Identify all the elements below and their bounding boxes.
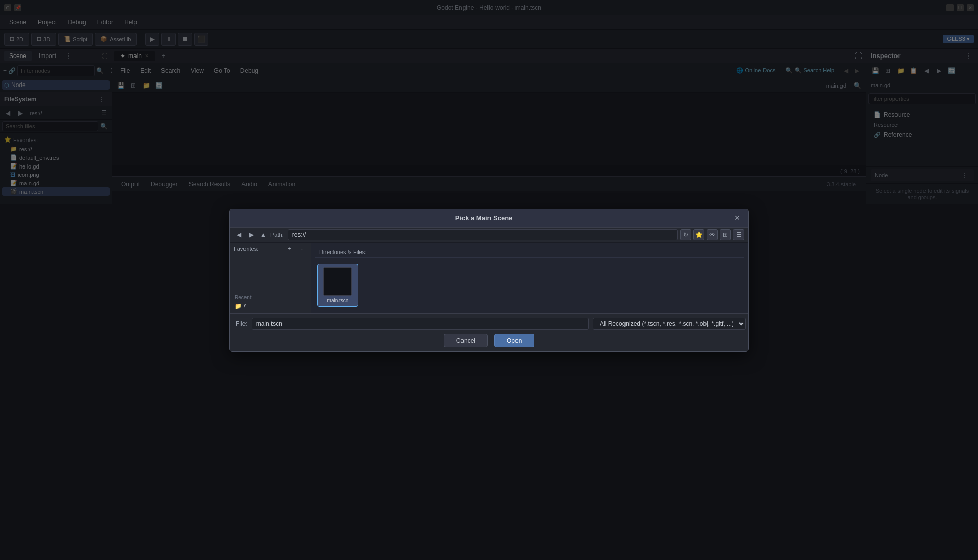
path-label: Path: <box>270 232 284 238</box>
list-view-button[interactable]: ☰ <box>733 229 744 240</box>
dialog-header: Pick a Main Scene ✕ <box>230 209 748 228</box>
dropdown-arrow-icon: ▾ <box>740 321 742 326</box>
path-input[interactable] <box>288 229 678 240</box>
folder-icon-recent: 📁 <box>235 303 242 310</box>
dialog-button-row: Cancel Open <box>236 334 742 347</box>
path-back-button[interactable]: ◀ <box>234 230 244 240</box>
modal-overlay: Pick a Main Scene ✕ ◀ ▶ ▲ Path: ↻ ⭐ 👁 ⊞ … <box>0 0 978 560</box>
favorites-header: Favorites: + - <box>230 243 311 256</box>
file-label: File: <box>236 320 248 327</box>
file-dialog: Pick a Main Scene ✕ ◀ ▶ ▲ Path: ↻ ⭐ 👁 ⊞ … <box>229 209 749 352</box>
file-item-name: main.tscn <box>327 298 349 303</box>
favorites-label: Favorites: <box>234 246 282 252</box>
open-button[interactable]: Open <box>494 334 534 347</box>
path-up-button[interactable]: ▲ <box>258 230 268 240</box>
file-filter-select[interactable]: All Recognized (*.tscn, *.res, *.scn, *.… <box>593 318 746 330</box>
dialog-path-bar: ◀ ▶ ▲ Path: ↻ ⭐ 👁 ⊞ ☰ <box>230 228 748 243</box>
path-forward-button[interactable]: ▶ <box>246 230 256 240</box>
dialog-sidebar: Favorites: + - Recent: 📁 / <box>230 243 311 313</box>
dialog-close-button[interactable]: ✕ <box>732 213 742 223</box>
refresh-button[interactable]: ↻ <box>680 229 691 240</box>
dialog-file-row: File: All Recognized (*.tscn, *.res, *.s… <box>236 318 742 330</box>
bookmark-button[interactable]: ⭐ <box>693 229 704 240</box>
dialog-title: Pick a Main Scene <box>236 214 732 222</box>
file-name-input[interactable] <box>252 318 589 330</box>
dialog-footer: File: All Recognized (*.tscn, *.res, *.s… <box>230 313 748 351</box>
dialog-file-area: Directories & Files: main.tscn <box>311 243 748 313</box>
recent-section: Recent: 📁 / <box>230 291 311 313</box>
recent-label: Recent: <box>232 293 309 301</box>
dialog-body: Favorites: + - Recent: 📁 / Directorie <box>230 243 748 313</box>
favorites-list <box>230 256 311 291</box>
dir-files-header: Directories & Files: <box>315 247 744 258</box>
add-favorite-button[interactable]: + <box>284 244 294 254</box>
file-item-main-tscn[interactable]: main.tscn <box>317 264 358 307</box>
file-thumbnail <box>323 267 352 296</box>
recent-item-root[interactable]: 📁 / <box>232 301 309 311</box>
recent-path: / <box>244 303 246 309</box>
toggle-hidden-button[interactable]: 👁 <box>707 229 718 240</box>
grid-view-button[interactable]: ⊞ <box>720 229 731 240</box>
file-grid: main.tscn <box>315 262 744 309</box>
cancel-button[interactable]: Cancel <box>444 334 488 347</box>
remove-favorite-button[interactable]: - <box>296 244 307 254</box>
thumbnail-preview <box>325 269 350 294</box>
